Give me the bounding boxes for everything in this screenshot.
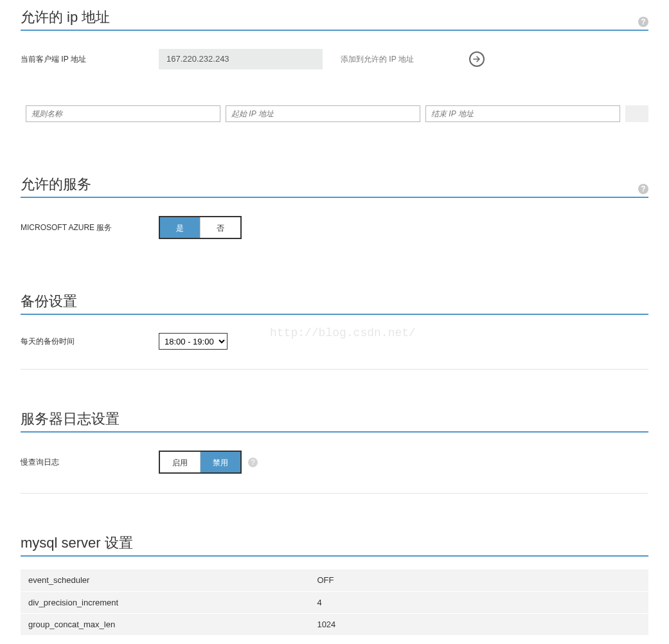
section-header: 允许的 ip 地址 ? <box>21 8 648 31</box>
section-header: 服务器日志设置 <box>21 409 648 433</box>
table-row: event_scheduler OFF <box>21 569 648 591</box>
section-allowed-services: 允许的服务 ? MICROSOFT AZURE 服务 是 否 <box>21 175 648 239</box>
mysql-key: group_concat_max_len <box>21 613 309 635</box>
section-header: 备份设置 <box>21 292 648 315</box>
rule-name-input[interactable] <box>26 105 220 122</box>
section-mysql: mysql server 设置 event_scheduler OFF div_… <box>21 533 648 636</box>
end-ip-input[interactable] <box>425 105 620 122</box>
mysql-settings-table: event_scheduler OFF div_precision_increm… <box>21 569 648 636</box>
add-to-allowed-link[interactable]: 添加到允许的 IP 地址 <box>341 54 414 65</box>
slow-log-row: 慢查询日志 启用 禁用 ? <box>21 451 648 474</box>
section-header: 允许的服务 ? <box>21 175 648 198</box>
azure-toggle-no[interactable]: 否 <box>201 217 240 238</box>
client-ip-row: 当前客户端 IP 地址 167.220.232.243 添加到允许的 IP 地址 <box>21 49 648 69</box>
azure-toggle: 是 否 <box>159 216 242 239</box>
start-ip-input[interactable] <box>226 105 420 122</box>
mysql-value: 4 <box>309 591 648 613</box>
backup-time-select[interactable]: 18:00 - 19:00 <box>159 333 227 350</box>
firewall-rule-row <box>21 105 648 122</box>
help-icon[interactable]: ? <box>248 458 258 467</box>
table-row: div_precision_increment 4 <box>21 591 648 613</box>
section-title-server-log: 服务器日志设置 <box>21 409 120 429</box>
mysql-key: div_precision_increment <box>21 591 309 613</box>
section-title-allowed-ip: 允许的 ip 地址 <box>21 8 110 27</box>
mysql-key: event_scheduler <box>21 569 309 591</box>
section-header: mysql server 设置 <box>21 533 648 557</box>
mysql-value: OFF <box>309 569 648 591</box>
slow-log-label: 慢查询日志 <box>21 457 159 468</box>
slow-log-enable[interactable]: 启用 <box>160 452 200 472</box>
help-icon[interactable]: ? <box>638 17 648 27</box>
rule-row-trail <box>625 105 648 122</box>
section-title-allowed-services: 允许的服务 <box>21 175 91 194</box>
help-icon[interactable]: ? <box>638 184 648 194</box>
azure-services-label: MICROSOFT AZURE 服务 <box>21 222 159 233</box>
arrow-right-icon <box>473 55 481 63</box>
section-backup: 备份设置 每天的备份时间 18:00 - 19:00 <box>21 292 648 370</box>
section-allowed-ip: 允许的 ip 地址 ? 当前客户端 IP 地址 167.220.232.243 … <box>21 8 648 122</box>
azure-toggle-yes[interactable]: 是 <box>160 217 200 238</box>
add-ip-arrow-icon[interactable] <box>469 51 485 67</box>
azure-services-row: MICROSOFT AZURE 服务 是 否 <box>21 216 648 239</box>
section-title-backup: 备份设置 <box>21 292 77 311</box>
section-title-mysql: mysql server 设置 <box>21 533 133 553</box>
backup-time-row: 每天的备份时间 18:00 - 19:00 <box>21 333 648 350</box>
table-row: group_concat_max_len 1024 <box>21 613 648 635</box>
client-ip-value: 167.220.232.243 <box>159 49 323 69</box>
section-server-log: 服务器日志设置 慢查询日志 启用 禁用 ? <box>21 409 648 494</box>
client-ip-label: 当前客户端 IP 地址 <box>21 54 159 65</box>
slow-log-toggle: 启用 禁用 <box>159 451 242 474</box>
backup-time-label: 每天的备份时间 <box>21 336 159 347</box>
mysql-value: 1024 <box>309 613 648 635</box>
slow-log-disable[interactable]: 禁用 <box>201 452 240 472</box>
